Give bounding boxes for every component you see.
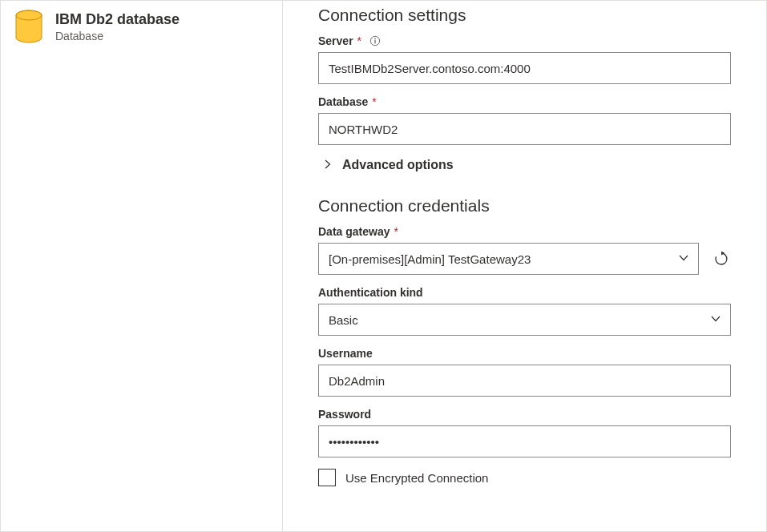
advanced-options-toggle[interactable]: Advanced options: [323, 158, 731, 172]
connector-subtitle: Database: [55, 29, 180, 45]
encrypted-checkbox[interactable]: [318, 469, 336, 486]
auth-kind-select[interactable]: Basic: [318, 304, 731, 336]
info-icon[interactable]: [369, 35, 381, 46]
refresh-button[interactable]: [712, 249, 731, 268]
server-input[interactable]: [318, 52, 731, 84]
database-field-group: Database *: [318, 95, 731, 145]
username-field-group: Username: [318, 347, 731, 397]
required-indicator: *: [357, 34, 361, 47]
gateway-label: Data gateway *: [318, 225, 731, 238]
password-label: Password: [318, 408, 731, 421]
server-field-group: Server *: [318, 34, 731, 84]
connector-title: IBM Db2 database: [55, 10, 180, 29]
password-input[interactable]: [318, 425, 731, 457]
encrypted-checkbox-label[interactable]: Use Encrypted Connection: [345, 471, 488, 485]
database-label: Database *: [318, 95, 731, 108]
gateway-label-text: Data gateway: [318, 225, 390, 238]
auth-kind-select-value: Basic: [329, 313, 358, 327]
connector-text: IBM Db2 database Database: [55, 9, 180, 45]
auth-kind-label: Authentication kind: [318, 286, 731, 299]
svg-rect-4: [374, 40, 375, 43]
database-label-text: Database: [318, 95, 368, 108]
credentials-heading: Connection credentials: [318, 196, 731, 216]
database-input[interactable]: [318, 113, 731, 145]
username-input[interactable]: [318, 365, 731, 397]
database-icon: [14, 9, 44, 44]
encrypted-checkbox-row: Use Encrypted Connection: [318, 469, 731, 486]
gateway-select-value: [On-premises][Admin] TestGateway23: [329, 252, 531, 266]
advanced-options-label: Advanced options: [342, 158, 454, 172]
svg-point-3: [374, 38, 376, 40]
chevron-right-icon: [323, 159, 333, 171]
form-panel: Connection settings Server * Database *: [283, 1, 766, 531]
server-label-text: Server: [318, 34, 353, 47]
required-indicator: *: [394, 225, 398, 238]
gateway-field-group: Data gateway * [On-premises][Admin] Test…: [318, 225, 731, 275]
settings-heading: Connection settings: [318, 6, 731, 25]
refresh-icon: [713, 251, 729, 267]
gateway-select[interactable]: [On-premises][Admin] TestGateway23: [318, 243, 699, 275]
server-label: Server *: [318, 34, 731, 47]
connector-summary: IBM Db2 database Database: [1, 1, 283, 531]
username-label: Username: [318, 347, 731, 360]
connection-dialog: IBM Db2 database Database Connection set…: [0, 0, 767, 532]
auth-kind-field-group: Authentication kind Basic: [318, 286, 731, 336]
required-indicator: *: [372, 95, 376, 108]
password-field-group: Password: [318, 408, 731, 457]
